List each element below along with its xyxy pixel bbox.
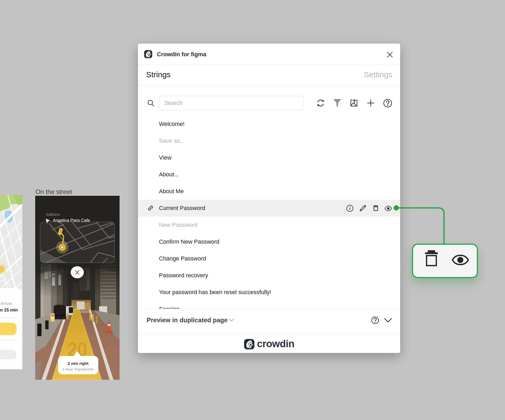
svg-text:Arrival: Arrival — [1, 301, 12, 306]
svg-text:Angelina Paris Cafe: Angelina Paris Cafe — [53, 218, 90, 223]
svg-text:2 min right: 2 min right — [68, 361, 88, 366]
svg-text:6 Rue Tiquetonne: 6 Rue Tiquetonne — [63, 367, 94, 371]
svg-text:Address: Address — [46, 212, 60, 217]
svg-text:in 15 min: in 15 min — [0, 308, 18, 312]
